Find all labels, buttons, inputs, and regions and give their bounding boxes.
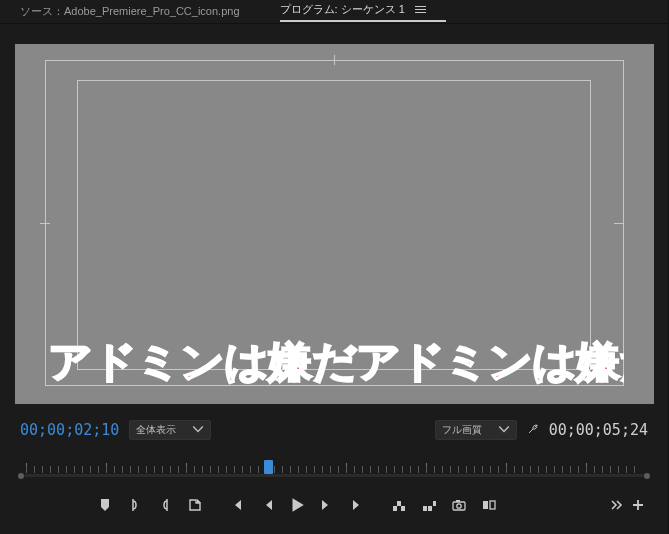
svg-rect-0 — [393, 506, 397, 511]
crawl-title-layer[interactable]: アドミンは嫌だアドミンは嫌だ — [48, 338, 624, 386]
safe-tick-right — [614, 223, 624, 224]
svg-rect-4 — [428, 506, 432, 511]
playhead[interactable] — [264, 460, 273, 474]
panel-tabs: ソース：Adobe_Premiere_Pro_CC_icon.png プログラム… — [0, 0, 668, 24]
extract-button[interactable] — [414, 493, 444, 517]
panel-menu-icon[interactable] — [415, 4, 426, 15]
comparison-view-button[interactable] — [474, 493, 504, 517]
button-editor-more-icon[interactable] — [606, 493, 626, 517]
source-tab[interactable]: ソース：Adobe_Premiere_Pro_CC_icon.png — [20, 4, 240, 19]
time-ruler[interactable] — [18, 460, 650, 484]
svg-rect-10 — [490, 501, 495, 509]
svg-point-7 — [457, 504, 461, 508]
export-frame-button[interactable] — [180, 493, 210, 517]
time-ruler-row — [0, 446, 668, 488]
playback-quality-label: フル画質 — [442, 423, 482, 437]
svg-rect-8 — [456, 500, 460, 502]
ruler-stop-left — [18, 473, 24, 479]
go-to-in-button[interactable] — [222, 493, 252, 517]
ruler-track — [24, 474, 644, 477]
step-back-button[interactable] — [252, 493, 282, 517]
svg-rect-3 — [423, 506, 427, 511]
safe-tick-left — [40, 223, 50, 224]
timecode-duration[interactable]: 00;00;05;24 — [549, 421, 648, 439]
safe-tick-top — [334, 55, 335, 65]
svg-rect-2 — [397, 501, 401, 506]
zoom-fit-dropdown[interactable]: 全体表示 — [129, 420, 211, 440]
ruler-minor-ticks — [26, 466, 642, 473]
settings-wrench-icon[interactable] — [527, 422, 539, 438]
button-editor-add-icon[interactable] — [628, 493, 648, 517]
ruler-stop-right — [644, 473, 650, 479]
mark-out-button[interactable] — [150, 493, 180, 517]
action-safe-frame — [77, 80, 591, 370]
svg-rect-1 — [401, 506, 405, 511]
transport-controls — [0, 488, 668, 522]
zoom-fit-label: 全体表示 — [136, 423, 176, 437]
camera-export-button[interactable] — [444, 493, 474, 517]
step-forward-button[interactable] — [312, 493, 342, 517]
chevron-down-icon — [498, 423, 510, 437]
playback-quality-dropdown[interactable]: フル画質 — [435, 420, 517, 440]
program-monitor-area: アドミンは嫌だアドミンは嫌だ — [0, 24, 668, 414]
go-to-out-button[interactable] — [342, 493, 372, 517]
program-monitor[interactable]: アドミンは嫌だアドミンは嫌だ — [15, 44, 654, 404]
program-tab[interactable]: プログラム: シーケンス 1 — [280, 2, 426, 21]
add-marker-button[interactable] — [90, 493, 120, 517]
svg-rect-9 — [483, 501, 488, 509]
program-tab-label: プログラム: シーケンス 1 — [280, 2, 405, 17]
crawl-title-text: アドミンは嫌だアドミンは嫌だ — [48, 338, 624, 386]
lift-button[interactable] — [384, 493, 414, 517]
mark-in-button[interactable] — [120, 493, 150, 517]
chevron-down-icon — [192, 423, 204, 437]
play-button[interactable] — [282, 493, 312, 517]
timecode-current[interactable]: 00;00;02;10 — [20, 421, 119, 439]
svg-rect-5 — [433, 501, 436, 506]
status-row: 00;00;02;10 全体表示 フル画質 00;00;05;24 — [0, 414, 668, 446]
